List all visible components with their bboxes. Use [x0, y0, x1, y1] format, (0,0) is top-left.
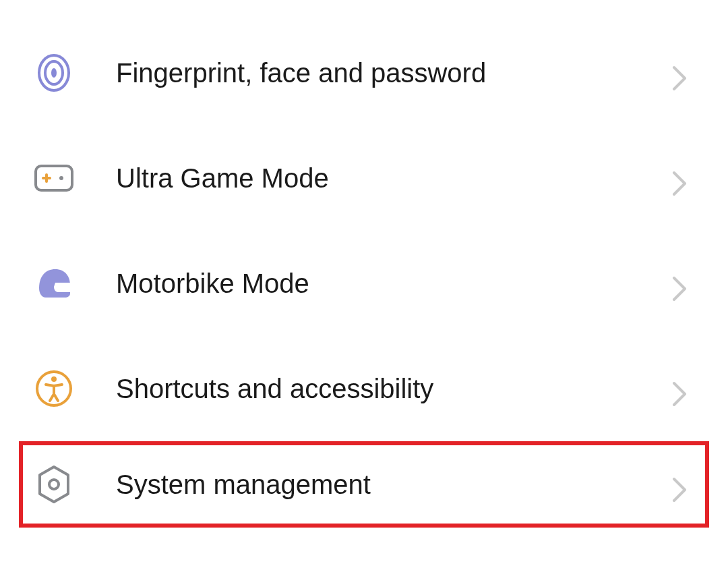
- chevron-right-icon: [671, 65, 688, 81]
- svg-point-2: [51, 68, 57, 78]
- fingerprint-icon: [34, 53, 74, 93]
- svg-point-9: [49, 480, 59, 489]
- settings-list: Fingerprint, face and password Ultra Gam…: [0, 0, 728, 548]
- settings-item-motorbike[interactable]: Motorbike Mode: [0, 231, 728, 336]
- helmet-icon: [34, 263, 74, 304]
- chevron-right-icon: [671, 275, 688, 291]
- item-label: Motorbike Mode: [116, 269, 671, 299]
- settings-item-game-mode[interactable]: Ultra Game Mode: [0, 125, 728, 231]
- item-label: Ultra Game Mode: [116, 163, 671, 194]
- chevron-right-icon: [671, 476, 688, 492]
- item-label: Shortcuts and accessibility: [116, 374, 671, 404]
- gamepad-icon: [34, 158, 74, 198]
- settings-item-accessibility[interactable]: Shortcuts and accessibility: [0, 336, 728, 441]
- chevron-right-icon: [671, 170, 688, 186]
- svg-point-6: [59, 176, 63, 180]
- svg-rect-3: [36, 166, 72, 190]
- chevron-right-icon: [671, 380, 688, 397]
- settings-gear-icon: [34, 464, 74, 505]
- item-label: System management: [116, 470, 671, 500]
- item-label: Fingerprint, face and password: [116, 58, 671, 88]
- settings-item-fingerprint[interactable]: Fingerprint, face and password: [0, 20, 728, 125]
- svg-point-8: [51, 376, 57, 382]
- accessibility-icon: [34, 368, 74, 409]
- settings-item-system-management[interactable]: System management: [19, 441, 709, 528]
